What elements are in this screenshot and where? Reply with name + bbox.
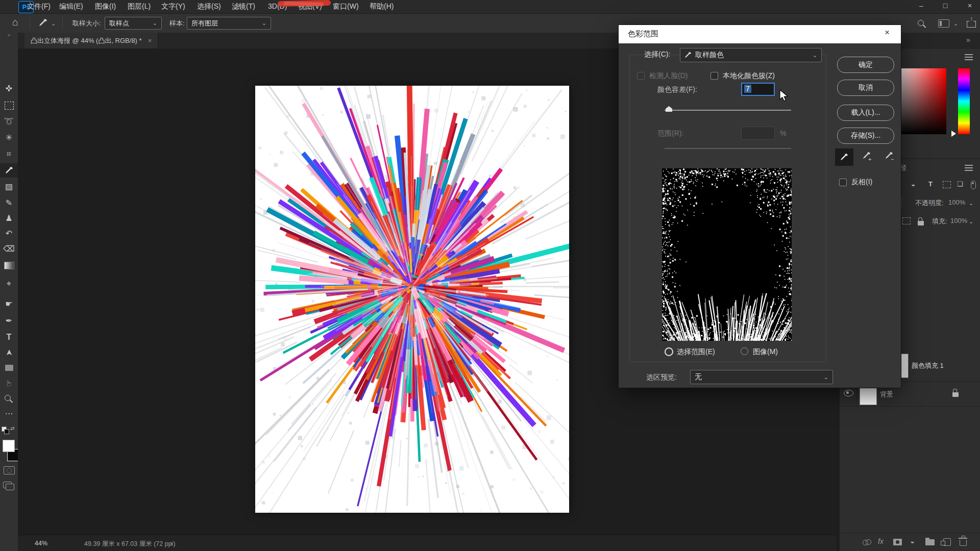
poster-image[interactable] — [255, 86, 569, 513]
adjustment-layer-icon[interactable]: ◒ — [910, 537, 915, 545]
radio-selection[interactable] — [665, 347, 673, 356]
share-icon[interactable] — [967, 21, 976, 28]
window-minimize-button[interactable]: – — [916, 2, 926, 10]
delete-layer-icon[interactable] — [960, 540, 967, 546]
menu-image[interactable]: 图像(I) — [95, 2, 116, 11]
eyedropper-subtract-icon[interactable]: − — [885, 152, 893, 161]
healing-brush-tool-icon[interactable]: ▧ — [0, 180, 18, 194]
hue-slider-pointer[interactable] — [951, 131, 956, 137]
sample-size-dropdown[interactable]: 取样点 ⌄ — [105, 17, 162, 30]
status-chevron-icon[interactable]: › — [170, 540, 172, 547]
workspace-icon[interactable] — [938, 19, 949, 28]
ok-button[interactable]: 确定 — [837, 57, 894, 73]
lasso-tool-icon[interactable]: ➰ — [0, 114, 18, 129]
invert-checkbox[interactable] — [839, 179, 847, 186]
add-mask-icon[interactable] — [893, 539, 902, 545]
menu-filter[interactable]: 滤镜(T) — [232, 2, 255, 11]
fill-value[interactable]: 100% — [950, 217, 967, 224]
dialog-title-bar[interactable]: 色彩范围 × — [619, 25, 901, 43]
select-dropdown[interactable]: 取样颜色 ⌄ — [680, 48, 822, 62]
new-group-icon[interactable] — [925, 539, 935, 545]
pen-tool-icon[interactable]: ✒ — [0, 314, 18, 328]
eyedropper-add-icon[interactable]: + — [863, 152, 871, 161]
selection-preview-dropdown[interactable]: 无 ⌄ — [690, 370, 833, 384]
chevron-down-icon[interactable]: ⌄ — [969, 200, 973, 207]
eyedropper-sample-selected[interactable] — [835, 148, 853, 166]
layer-name-background[interactable]: 背景 — [880, 390, 893, 399]
link-layers-icon[interactable] — [863, 540, 868, 545]
menu-file[interactable]: 文件(F) — [27, 2, 51, 11]
home-icon[interactable]: ⌂ — [12, 16, 18, 28]
chevron-down-icon[interactable]: ⌄ — [953, 20, 958, 27]
marquee-tool-icon[interactable] — [0, 98, 18, 112]
smudge-tool-icon[interactable]: ☛ — [0, 297, 18, 311]
menu-window[interactable]: 窗口(W) — [333, 2, 359, 11]
cancel-button[interactable]: 取消 — [837, 80, 894, 96]
color-saturation-square[interactable] — [897, 68, 946, 134]
menu-layer[interactable]: 图层(L) — [128, 2, 151, 11]
ellipsis-tools-icon[interactable]: ⋯ — [0, 407, 18, 421]
window-maximize-button[interactable]: □ — [940, 2, 950, 10]
zoom-level[interactable]: 44% — [35, 540, 47, 547]
hue-slider[interactable] — [958, 68, 970, 134]
panel-menu-icon[interactable] — [965, 165, 973, 166]
eyedropper-tool-selected[interactable] — [0, 163, 18, 178]
background-lock-icon — [952, 392, 959, 397]
foreground-color-swatch[interactable] — [3, 440, 15, 452]
chevron-down-icon[interactable]: ⌄ — [51, 20, 56, 27]
fill-row: 填充: 100% ⌄ — [901, 212, 980, 231]
dialog-close-icon[interactable]: × — [885, 28, 890, 38]
sample-dropdown[interactable]: 所有图层 ⌄ — [187, 17, 271, 30]
lock-all-icon[interactable] — [918, 221, 924, 226]
menu-help[interactable]: 帮助(H) — [370, 2, 394, 11]
chevron-down-icon: ⌄ — [813, 52, 817, 59]
panel-menu-icon[interactable] — [965, 54, 973, 55]
load-button[interactable]: 载入(L)... — [837, 105, 894, 121]
dodge-tool-icon[interactable]: ⌖ — [0, 277, 18, 291]
zoom-tool-icon[interactable] — [0, 391, 18, 406]
search-icon[interactable] — [918, 20, 924, 26]
shape-filter-icon[interactable] — [943, 181, 951, 188]
magic-wand-tool-icon[interactable]: ✳ — [0, 131, 18, 145]
move-tool-icon[interactable]: ✜ — [0, 82, 18, 96]
chevron-down-icon[interactable]: ⌄ — [969, 218, 973, 225]
window-close-button[interactable]: × — [965, 2, 975, 10]
menu-edit[interactable]: 编辑(E) — [59, 2, 83, 11]
layer-effects-icon[interactable]: fx — [878, 537, 884, 545]
fuzziness-input[interactable]: 7 — [741, 83, 775, 96]
history-brush-tool-icon[interactable]: ↶ — [0, 227, 18, 241]
adjustment-filter-icon[interactable]: ◒ — [911, 180, 915, 188]
localized-clusters-label: 本地化颜色簇(Z) — [723, 71, 775, 81]
screen-mode-icon[interactable] — [3, 482, 12, 488]
brush-tool-icon[interactable]: ✎ — [0, 196, 18, 210]
localized-clusters-checkbox[interactable] — [710, 72, 718, 80]
hand-tool-icon[interactable]: ☞ — [2, 374, 16, 392]
menu-select[interactable]: 选择(S) — [197, 2, 221, 11]
filter-toggle-icon[interactable] — [971, 181, 976, 189]
new-layer-icon[interactable] — [943, 538, 951, 546]
type-tool-icon[interactable]: T — [0, 330, 18, 344]
save-button[interactable]: 存储(S)... — [837, 128, 894, 144]
panel-collapse-icon[interactable]: » — [966, 36, 970, 44]
tab-close-icon[interactable]: × — [148, 37, 152, 44]
lock-transparent-icon[interactable] — [902, 217, 911, 224]
swap-colors-icon[interactable]: ⇄ — [10, 425, 14, 431]
gradient-tool-icon[interactable] — [0, 258, 18, 272]
crop-tool-icon[interactable]: ⌗ — [0, 147, 18, 161]
eraser-tool-icon[interactable]: ⌫ — [0, 242, 18, 256]
fuzziness-slider-track[interactable] — [665, 110, 791, 111]
eyedropper-tool-icon[interactable] — [39, 18, 47, 29]
type-filter-icon[interactable]: T — [928, 180, 933, 188]
toolbar-collapse-icon[interactable]: » — [0, 32, 18, 39]
shape-tool-icon[interactable] — [0, 361, 18, 375]
opacity-value[interactable]: 100% — [948, 198, 965, 206]
clone-stamp-tool-icon[interactable]: ♟ — [0, 211, 18, 226]
smart-object-filter-icon[interactable]: ❏ — [957, 180, 963, 188]
menu-type[interactable]: 文字(Y) — [161, 2, 185, 11]
radio-image[interactable] — [741, 347, 748, 355]
path-select-tool-icon[interactable]: ➤ — [2, 344, 16, 362]
quick-mask-icon[interactable] — [4, 466, 15, 474]
document-tab[interactable]: 凸出立体海报 @ 44% (凸出, RGB/8) * × — [24, 33, 158, 48]
layer-name-fill[interactable]: 颜色填充 1 — [912, 361, 944, 370]
layer-visibility-eye-icon[interactable] — [844, 390, 853, 396]
